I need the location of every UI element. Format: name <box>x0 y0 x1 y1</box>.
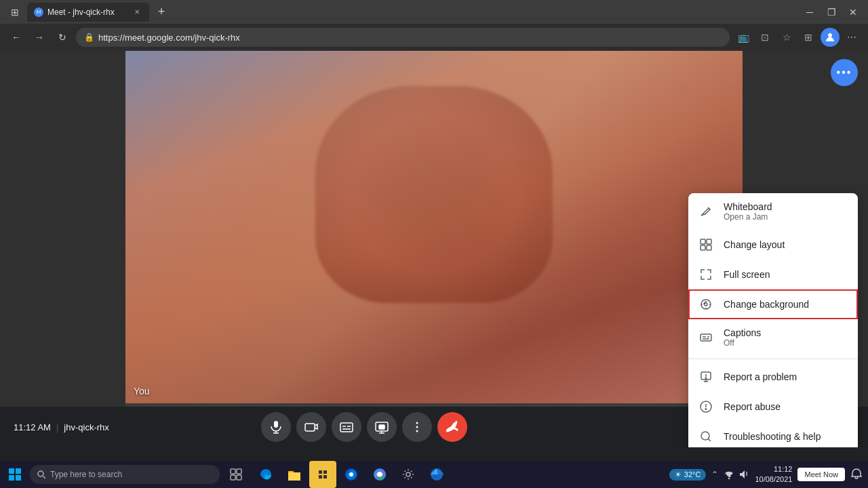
weather-temp: 32°C <box>684 470 701 479</box>
browser-chrome: ⊞ M Meet - jhv-qick-rhx ✕ + ─ ❐ ✕ ← → ↻ … <box>0 0 868 51</box>
profile-button[interactable] <box>821 28 840 47</box>
new-tab-button[interactable]: + <box>152 3 171 22</box>
menu-item-change-layout[interactable]: Change layout <box>688 230 858 260</box>
browser-taskbar-app[interactable] <box>423 461 450 488</box>
present-button[interactable] <box>367 412 397 442</box>
notification-button[interactable] <box>850 468 863 482</box>
cast-button[interactable]: 📺 <box>734 28 753 47</box>
svg-point-55 <box>349 472 353 476</box>
svg-rect-7 <box>701 334 711 341</box>
svg-point-32 <box>416 426 418 428</box>
menu-item-report-abuse[interactable]: Report abuse <box>688 392 858 422</box>
task-view-button[interactable] <box>222 461 250 488</box>
edge-app-2[interactable] <box>338 461 365 488</box>
refresh-button[interactable]: ↻ <box>53 28 72 47</box>
svg-rect-41 <box>16 468 21 474</box>
taskbar-search[interactable]: Type here to search <box>30 465 220 484</box>
captions-label: Captions <box>724 327 761 338</box>
whiteboard-label: Whiteboard <box>724 201 772 212</box>
report-abuse-text: Report abuse <box>724 401 781 412</box>
end-call-button[interactable] <box>437 412 467 442</box>
back-button[interactable]: ← <box>7 28 26 47</box>
tab-close-button[interactable]: ✕ <box>132 7 142 18</box>
svg-point-31 <box>416 422 418 424</box>
captions-ctrl-button[interactable] <box>332 412 361 442</box>
forward-button[interactable]: → <box>30 28 49 47</box>
troubleshooting-icon <box>699 430 713 443</box>
main-area: You ••• Whiteboard Open a Jam <box>0 51 868 447</box>
active-tab[interactable]: M Meet - jhv-qick-rhx ✕ <box>27 3 149 22</box>
svg-rect-22 <box>305 424 315 431</box>
more-options-ctrl-button[interactable] <box>402 412 432 442</box>
svg-point-13 <box>705 378 707 379</box>
svg-point-59 <box>406 472 410 476</box>
minimize-button[interactable]: ─ <box>800 3 819 22</box>
browser-menu-button[interactable]: ⋯ <box>842 28 861 47</box>
meet-now-tooltip[interactable]: Meet Now <box>797 468 845 481</box>
svg-rect-43 <box>16 475 21 481</box>
change-background-label: Change background <box>724 299 809 310</box>
meeting-controls <box>261 412 467 442</box>
change-layout-icon <box>699 238 713 251</box>
menu-item-captions[interactable]: Captions Off <box>688 319 858 356</box>
svg-point-17 <box>701 432 709 440</box>
svg-point-44 <box>38 471 43 476</box>
edge-app[interactable] <box>252 461 279 488</box>
address-toolbar: ← → ↻ 🔒 https://meet.google.com/jhv-qick… <box>0 24 868 51</box>
camera-button[interactable] <box>296 412 326 442</box>
svg-line-45 <box>43 476 46 479</box>
taskbar-search-placeholder: Type here to search <box>50 470 122 479</box>
change-background-text: Change background <box>724 299 809 310</box>
mic-button[interactable] <box>261 412 291 442</box>
more-options-button[interactable]: ••• <box>831 59 858 86</box>
close-browser-button[interactable]: ✕ <box>844 3 863 22</box>
left-panel <box>0 51 125 447</box>
menu-item-change-background[interactable]: Change background <box>688 289 858 319</box>
svg-rect-53 <box>323 475 327 479</box>
troubleshooting-label: Troubleshooting & help <box>724 431 821 442</box>
start-button[interactable] <box>0 461 30 488</box>
menu-item-whiteboard[interactable]: Whiteboard Open a Jam <box>688 193 858 230</box>
whiteboard-sublabel: Open a Jam <box>724 212 772 222</box>
svg-point-16 <box>705 409 707 410</box>
captions-sublabel: Off <box>724 338 761 348</box>
yellow-app[interactable] <box>309 461 336 488</box>
taskbar-date: 10/08/2021 <box>755 474 792 485</box>
browser-extensions-button[interactable]: ⊡ <box>755 28 774 47</box>
menu-item-report-problem[interactable]: Report a problem <box>688 362 858 392</box>
taskbar-clock[interactable]: 11:12 10/08/2021 <box>755 464 792 485</box>
svg-rect-4 <box>707 245 711 250</box>
change-layout-text: Change layout <box>724 239 785 250</box>
svg-rect-42 <box>9 475 14 481</box>
tab-grid-button[interactable]: ⊞ <box>5 3 24 22</box>
taskbar-right: ☀ 32°C ⌃ 11:12 10/08/2021 Meet Now <box>669 464 868 485</box>
address-bar[interactable]: 🔒 https://meet.google.com/jhv-qick-rhx <box>76 28 730 47</box>
meeting-separator: | <box>56 422 58 432</box>
svg-rect-40 <box>9 468 14 474</box>
whiteboard-icon <box>699 205 713 218</box>
windows-taskbar: Type here to search <box>0 461 868 488</box>
favorites-button[interactable]: ☆ <box>777 28 796 47</box>
weather-widget[interactable]: ☀ 32°C <box>669 469 707 481</box>
menu-item-troubleshooting[interactable]: Troubleshooting & help <box>688 422 858 447</box>
full-screen-label: Full screen <box>724 269 770 280</box>
url-text: https://meet.google.com/jhv-qick-rhx <box>98 33 722 43</box>
svg-rect-30 <box>379 425 384 429</box>
restore-button[interactable]: ❐ <box>822 3 841 22</box>
collections-button[interactable]: ⊞ <box>799 28 818 47</box>
meeting-info: 11:12 AM | jhv-qick-rhx <box>14 422 109 432</box>
chrome-app[interactable] <box>366 461 393 488</box>
report-problem-icon <box>699 370 713 384</box>
full-screen-text: Full screen <box>724 269 770 280</box>
svg-rect-49 <box>237 475 241 480</box>
meeting-id: jhv-qick-rhx <box>64 422 108 432</box>
svg-rect-2 <box>707 239 711 244</box>
system-icons <box>724 469 749 480</box>
file-explorer-app[interactable] <box>281 461 308 488</box>
change-background-icon <box>699 298 713 311</box>
system-up-arrow[interactable]: ⌃ <box>711 470 718 479</box>
menu-item-full-screen[interactable]: Full screen <box>688 260 858 289</box>
settings-taskbar-app[interactable] <box>395 461 422 488</box>
svg-rect-46 <box>231 469 235 474</box>
video-container: You <box>125 51 743 403</box>
